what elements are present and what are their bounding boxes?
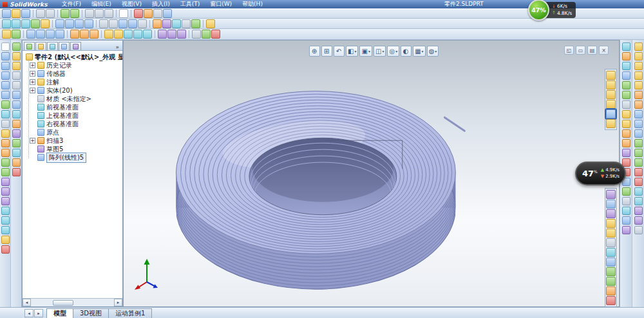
section-view-icon[interactable]: ◧▾ xyxy=(346,46,358,57)
spline-icon[interactable] xyxy=(1,100,10,109)
motion-icon[interactable] xyxy=(606,286,616,295)
dimension-icon[interactable] xyxy=(12,42,21,51)
extruded-boss-icon[interactable] xyxy=(26,30,35,39)
scroll-left-icon[interactable]: ◂ xyxy=(23,299,31,306)
animation-icon[interactable] xyxy=(606,296,616,305)
knit-surface-icon[interactable] xyxy=(634,120,643,128)
parting-surface-icon[interactable] xyxy=(634,216,643,225)
extruded-cut-icon[interactable] xyxy=(70,30,79,39)
freeform-icon[interactable] xyxy=(634,226,643,234)
hidden-lines-visible-icon[interactable] xyxy=(109,19,118,28)
coordinate-system-icon[interactable] xyxy=(606,90,616,99)
scale-entities-icon[interactable] xyxy=(1,236,10,244)
display-style-icon[interactable]: ◫▾ xyxy=(374,46,386,57)
measure-tool-icon[interactable] xyxy=(622,42,630,51)
save-icon[interactable] xyxy=(21,9,30,18)
expand-toggle[interactable]: + xyxy=(30,62,35,68)
geometric-tolerance-icon[interactable] xyxy=(12,91,21,99)
render-icon[interactable] xyxy=(606,267,616,276)
thicken-icon[interactable] xyxy=(634,129,643,138)
panel-overflow-chevron[interactable]: » xyxy=(113,44,121,50)
area-hatch-icon[interactable] xyxy=(12,120,21,128)
extend-surface-icon[interactable] xyxy=(634,158,643,167)
reference-geometry-icon[interactable] xyxy=(192,30,201,39)
point-icon[interactable] xyxy=(1,120,10,128)
draft-analysis-icon[interactable] xyxy=(622,139,630,147)
convert-entities-icon[interactable] xyxy=(1,158,10,167)
window-tile-icon[interactable]: ▤ xyxy=(587,46,597,55)
linear-pattern-icon[interactable] xyxy=(158,30,167,39)
paste-icon[interactable] xyxy=(104,9,113,18)
select-icon[interactable] xyxy=(119,9,128,18)
rotate-entities-icon[interactable] xyxy=(1,226,10,234)
trim-surface-icon[interactable] xyxy=(634,139,643,147)
import-diagnostics-icon[interactable] xyxy=(622,187,630,196)
print-icon[interactable] xyxy=(36,9,45,18)
shaded-with-edges-icon[interactable] xyxy=(118,19,128,28)
smart-dimension-icon[interactable] xyxy=(12,30,21,39)
walkthrough-icon[interactable] xyxy=(606,248,616,257)
scroll-right-icon[interactable]: ▸ xyxy=(114,299,122,306)
net-monitor-badge-side[interactable]: 47% ▲4.9K/s▼2.9K/s xyxy=(575,162,626,185)
dimxpertmanager-tab[interactable] xyxy=(59,42,70,50)
datum-feature-icon[interactable] xyxy=(12,100,21,109)
boundary-surface-icon[interactable] xyxy=(634,81,643,89)
window-minimize-icon[interactable]: ▭ xyxy=(576,46,585,55)
symmetry-check-icon[interactable] xyxy=(622,149,630,157)
shadows-icon[interactable] xyxy=(138,19,147,28)
view-orientation-icon[interactable]: ▣▾ xyxy=(359,46,372,57)
mirror-entities-icon[interactable] xyxy=(1,178,10,186)
propertymanager-tab[interactable] xyxy=(35,42,46,50)
tree-item-sensors[interactable]: + 传感器 xyxy=(30,70,122,78)
cut-icon[interactable] xyxy=(85,9,94,18)
zoom-fit-icon[interactable] xyxy=(2,19,11,28)
expand-toggle[interactable]: + xyxy=(30,71,35,77)
measure-icon[interactable] xyxy=(12,149,21,157)
graphics-viewport[interactable]: ⊕⊞↶◧▾▣▾◫▾◎▾◐▦▾◍▾ ◱▭▤× xyxy=(123,40,620,307)
offset-entities-icon[interactable] xyxy=(1,168,10,176)
menu-view[interactable]: 视图(V) xyxy=(117,0,147,8)
chamfer-icon[interactable] xyxy=(114,30,123,39)
display-state-icon[interactable] xyxy=(606,257,616,267)
planar-surface-icon[interactable] xyxy=(634,100,643,109)
note-icon[interactable] xyxy=(12,52,21,61)
zoom-area-icon[interactable]: ⊞ xyxy=(321,46,332,57)
line-icon[interactable] xyxy=(1,52,10,61)
rebuild-icon[interactable] xyxy=(134,9,143,18)
replace-face-icon[interactable] xyxy=(634,178,643,186)
rotate-view-icon[interactable] xyxy=(31,19,40,28)
circle-icon[interactable] xyxy=(1,81,10,89)
check-entity-icon[interactable] xyxy=(622,216,630,225)
redo-icon[interactable] xyxy=(70,9,79,18)
expand-toggle[interactable]: + xyxy=(30,138,35,144)
tree-horizontal-scrollbar[interactable]: ◂ ▸ xyxy=(23,298,122,306)
tree-item-top-plane[interactable]: 上视基准面 xyxy=(30,111,122,120)
lofted-boss-icon[interactable] xyxy=(55,30,64,39)
extruded-surface-icon[interactable] xyxy=(634,42,643,51)
standard-views-icon[interactable] xyxy=(84,19,93,28)
ref-axis-icon[interactable] xyxy=(606,80,616,89)
revolved-cut-icon[interactable] xyxy=(90,30,99,39)
ellipse-icon[interactable] xyxy=(1,110,10,118)
perspective-icon[interactable] xyxy=(172,19,181,28)
decal-icon[interactable] xyxy=(606,219,616,228)
mass-properties-tool-icon[interactable] xyxy=(622,52,630,61)
net-monitor-badge-top[interactable]: 47% ↓6K/s↑4.8K/s xyxy=(528,0,576,21)
options-icon[interactable] xyxy=(153,9,162,18)
rectangle-icon[interactable] xyxy=(1,71,10,80)
tree-item-solid-bodies[interactable]: + 实体(20) xyxy=(30,86,122,95)
zebra-check-icon[interactable] xyxy=(622,100,630,109)
tab-model[interactable]: 模型 xyxy=(46,308,73,318)
delete-face-icon[interactable] xyxy=(634,168,643,176)
new-icon[interactable] xyxy=(2,9,11,18)
displaymanager-tab[interactable] xyxy=(70,42,81,50)
move-entities-icon[interactable] xyxy=(1,207,10,215)
window-close-icon[interactable]: × xyxy=(599,46,609,55)
tree-item-right-plane[interactable]: 右视基准面 xyxy=(30,120,122,128)
mass-properties-icon[interactable] xyxy=(12,158,21,167)
ref-point-icon[interactable] xyxy=(606,100,616,109)
undo-icon[interactable] xyxy=(61,9,70,18)
edit-appearance-tool-icon[interactable] xyxy=(606,190,616,199)
top-view-icon[interactable] xyxy=(65,19,74,28)
mirror-icon[interactable] xyxy=(177,30,186,39)
